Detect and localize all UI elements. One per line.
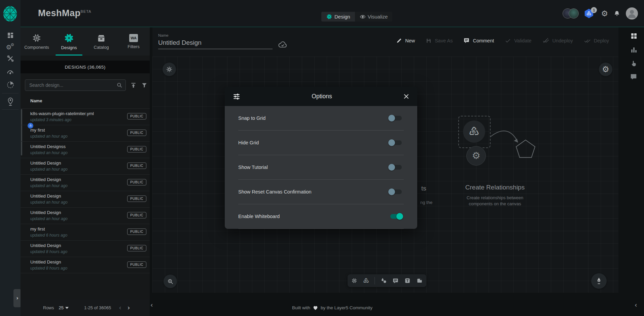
- comments-button[interactable]: [630, 73, 639, 80]
- hide-grid-toggle[interactable]: [388, 139, 404, 147]
- snap-to-grid-toggle[interactable]: [388, 114, 404, 122]
- design-row[interactable]: Untitled Design updated an hour ago PUBL…: [21, 191, 150, 207]
- validate-button[interactable]: Validate: [505, 37, 531, 44]
- collapse-left-chevron[interactable]: ‹: [150, 302, 153, 308]
- undeploy-button[interactable]: Undeploy: [542, 37, 573, 44]
- new-button[interactable]: New: [396, 38, 415, 44]
- visibility-badge[interactable]: PUBLIC: [127, 212, 146, 218]
- collaborator-avatar-2[interactable]: [569, 8, 579, 19]
- visibility-badge[interactable]: PUBLIC: [127, 130, 146, 136]
- design-updated: updated an hour ago: [30, 183, 68, 188]
- mode-visualize-button[interactable]: Visualize: [355, 12, 393, 22]
- design-row[interactable]: my first updated an hour ago PUBLIC: [21, 125, 150, 141]
- dashboard-nav-button[interactable]: [0, 31, 21, 39]
- deploy-label: Deploy: [594, 38, 609, 43]
- meshmap-nav-button[interactable]: [0, 97, 21, 106]
- visibility-badge[interactable]: PUBLIC: [127, 229, 146, 235]
- visibility-badge[interactable]: PUBLIC: [127, 113, 146, 119]
- search-input[interactable]: [29, 82, 116, 88]
- canvas-settings-button[interactable]: ⚙: [599, 63, 612, 76]
- notifications-button[interactable]: [613, 10, 620, 17]
- app-title: MeshMapBETA: [38, 8, 91, 19]
- shapes-tool[interactable]: [380, 277, 387, 284]
- dashboard-icon: [6, 31, 14, 39]
- designs-count-header: DESIGNS (36,065): [21, 61, 150, 73]
- reset-canvas-confirmation-toggle[interactable]: [388, 188, 404, 196]
- deploy-button[interactable]: Deploy: [584, 37, 609, 44]
- design-name-field: Name: [158, 33, 273, 49]
- add-component-tool[interactable]: [351, 277, 358, 284]
- onboarding-subtitle: Create relationships between components …: [458, 195, 532, 207]
- publish-design-button[interactable]: [130, 82, 137, 89]
- show-tutorial-toggle[interactable]: [388, 163, 404, 171]
- collapse-right-chevron[interactable]: ‹: [635, 302, 637, 308]
- design-name-input[interactable]: [158, 37, 273, 49]
- sample-component[interactable]: ⚙: [466, 146, 486, 166]
- create-relationships-widget: ♸ ⚙: [458, 116, 539, 173]
- visibility-badge[interactable]: PUBLIC: [127, 146, 146, 152]
- views-button[interactable]: [630, 32, 639, 40]
- interact-button[interactable]: [630, 60, 639, 67]
- filter-designs-button[interactable]: [141, 82, 148, 89]
- save-as-button[interactable]: Save As: [426, 38, 453, 44]
- tab-catalog[interactable]: Catalog: [85, 27, 117, 56]
- canvas-config-button[interactable]: [163, 63, 176, 76]
- next-page-button[interactable]: ›: [124, 305, 133, 311]
- charts-button[interactable]: [630, 46, 639, 54]
- sidebar-expander-handle[interactable]: ›: [13, 289, 21, 307]
- design-row[interactable]: Untitled Design updated an hour ago PUBL…: [21, 158, 150, 174]
- comment-button[interactable]: Comment: [463, 37, 494, 44]
- tab-components-label: Components: [24, 45, 49, 50]
- page-size-value: 25: [59, 305, 64, 310]
- design-name: Untitled Designss: [30, 144, 66, 149]
- lifecycle-gears-icon: ⚙ ⚙: [6, 43, 15, 51]
- design-row[interactable]: Untitled Design updated an hour ago PUBL…: [21, 174, 150, 191]
- visibility-badge[interactable]: PUBLIC: [127, 179, 146, 185]
- header-right-group: ♸ 1 ⚙: [563, 7, 638, 20]
- prev-page-button[interactable]: ‹: [116, 305, 124, 311]
- zoom-button[interactable]: [164, 275, 177, 288]
- floppy-icon: [426, 38, 432, 44]
- design-row[interactable]: Untitled Design updated 8 hours ago PUBL…: [21, 257, 150, 273]
- text-tool[interactable]: [404, 277, 411, 284]
- design-row[interactable]: Untitled Design updated 8 hours ago PUBL…: [21, 240, 150, 257]
- option-label: Hide Grid: [238, 140, 259, 145]
- visibility-badge[interactable]: PUBLIC: [127, 261, 146, 268]
- mesh-nav-button[interactable]: [0, 80, 21, 89]
- spiral-icon: [64, 33, 74, 43]
- profile-avatar[interactable]: [626, 7, 638, 20]
- toolkit-nav-button[interactable]: [0, 55, 21, 63]
- settings-gear-button[interactable]: ⚙: [601, 10, 608, 17]
- lifecycle-nav-button[interactable]: ⚙ ⚙: [0, 43, 21, 51]
- layer5-logo-icon[interactable]: [2, 5, 18, 22]
- visibility-badge[interactable]: PUBLIC: [127, 245, 146, 251]
- comment-tool[interactable]: [392, 278, 399, 284]
- design-row[interactable]: k8s-wasm-plugin-ratelimiter.yml updated …: [21, 108, 150, 125]
- mode-design-button[interactable]: Design: [321, 12, 355, 22]
- kubernetes-context-button[interactable]: ♸ 1: [584, 8, 596, 19]
- tune-sliders-icon: [232, 92, 241, 101]
- option-hide-grid: Hide Grid: [238, 131, 404, 155]
- visibility-badge[interactable]: PUBLIC: [127, 196, 146, 202]
- design-updated: updated an hour ago: [30, 134, 68, 139]
- visibility-badge[interactable]: PUBLIC: [127, 163, 146, 169]
- design-row[interactable]: Untitled Design updated an hour ago PUBL…: [21, 207, 150, 224]
- relationship-arrow-icon: [489, 125, 539, 166]
- design-row[interactable]: Untitled Designss updated an hour ago PU…: [21, 141, 150, 158]
- close-icon[interactable]: [403, 93, 410, 100]
- performance-nav-button[interactable]: [0, 68, 21, 75]
- search-icon[interactable]: [116, 82, 123, 89]
- design-row[interactable]: my first updated 6 hours ago PUBLIC: [21, 224, 150, 240]
- page-size-select[interactable]: 25: [59, 305, 69, 310]
- tab-components[interactable]: Components: [21, 27, 53, 56]
- media-tool[interactable]: [416, 277, 423, 284]
- tab-filters[interactable]: WA Filters: [117, 27, 150, 56]
- kubernetes-tool[interactable]: ♸: [363, 277, 369, 284]
- enable-whiteboard-toggle[interactable]: [388, 212, 404, 220]
- whiteboard-pen-button[interactable]: [591, 273, 607, 289]
- kubernetes-component[interactable]: ♸: [463, 120, 485, 143]
- design-updated: updated an hour ago: [30, 200, 68, 205]
- option-label: Snap to Grid: [238, 115, 265, 121]
- tab-designs[interactable]: Designs: [53, 27, 85, 56]
- charts-icon: [630, 46, 638, 54]
